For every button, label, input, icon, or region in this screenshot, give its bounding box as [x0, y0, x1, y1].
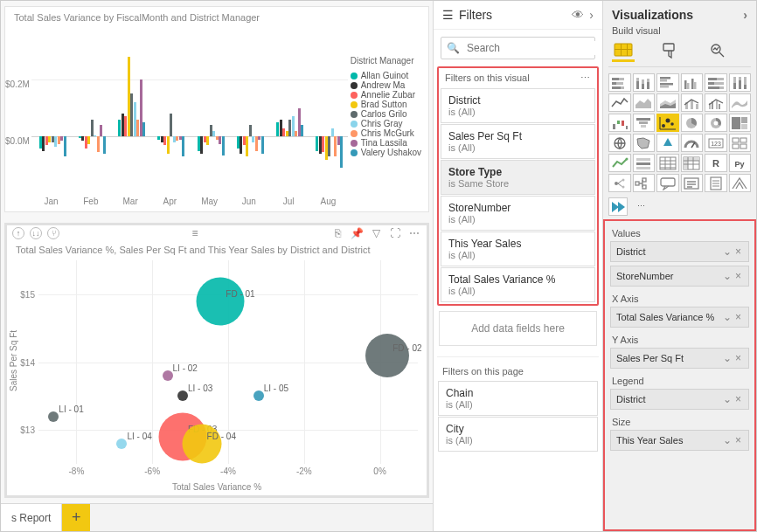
- viz-type-donut[interactable]: [705, 114, 727, 132]
- viz-type-map[interactable]: [608, 134, 631, 152]
- filter-card[interactable]: Total Sales Variance %is (All): [441, 267, 595, 302]
- bubble[interactable]: [177, 390, 188, 401]
- copy-icon[interactable]: ⎘: [330, 227, 344, 239]
- bar[interactable]: [167, 136, 170, 154]
- viz-type-funnel[interactable]: [633, 114, 656, 132]
- drill-down-icon[interactable]: ↓↓: [30, 227, 42, 239]
- field-well[interactable]: This Year Sales⌄×: [610, 430, 749, 451]
- viz-type-line-stacked-col[interactable]: [681, 93, 704, 112]
- bar[interactable]: [249, 125, 252, 136]
- preview-filter-icon[interactable]: 👁: [572, 8, 584, 22]
- viz-type-kpi[interactable]: [608, 154, 631, 172]
- viz-type-ribbon[interactable]: [729, 93, 752, 112]
- remove-field-icon[interactable]: ×: [733, 352, 743, 364]
- viz-type-key-infl[interactable]: [608, 174, 631, 192]
- viz-tab-analytics[interactable]: [706, 39, 729, 62]
- viz-type-waterfall[interactable]: [608, 114, 631, 132]
- filter-card[interactable]: Store Typeis Same Store: [441, 160, 595, 195]
- viz-tab-format[interactable]: [659, 39, 682, 62]
- bar[interactable]: [170, 114, 172, 136]
- legend-item[interactable]: Carlos Grilo: [351, 109, 421, 119]
- chevron-down-icon[interactable]: ⌄: [721, 393, 733, 405]
- viz-type-narrative[interactable]: [681, 174, 704, 192]
- bar[interactable]: [261, 136, 264, 154]
- bar[interactable]: [222, 136, 225, 155]
- chevron-down-icon[interactable]: ⌄: [721, 311, 733, 323]
- viz-type-table[interactable]: [656, 154, 679, 172]
- filters-visual-more-icon[interactable]: ⋯: [580, 73, 591, 84]
- viz-type-pie[interactable]: [681, 114, 704, 132]
- legend-item[interactable]: Brad Sutton: [351, 100, 421, 109]
- legend-item[interactable]: Valery Ushakov: [351, 148, 421, 157]
- viz-type-stacked-bar[interactable]: [608, 73, 631, 92]
- add-page-button[interactable]: +: [62, 504, 90, 531]
- viz-type-r[interactable]: R: [705, 154, 727, 172]
- bar[interactable]: [301, 125, 303, 136]
- drill-up-icon[interactable]: ↑: [12, 227, 24, 239]
- viz-type-pag-report[interactable]: [705, 174, 727, 192]
- viz-type-stacked-col[interactable]: [633, 73, 656, 92]
- viz-type-matrix[interactable]: [681, 154, 704, 172]
- viz-type-arc[interactable]: [729, 174, 752, 192]
- field-well[interactable]: Sales Per Sq Ft⌄×: [610, 348, 749, 369]
- pin-icon[interactable]: 📌: [350, 227, 364, 239]
- legend-item[interactable]: Allan Guinot: [351, 71, 421, 80]
- bubble[interactable]: [197, 277, 245, 325]
- filters-search[interactable]: 🔍: [441, 37, 595, 59]
- filter-card[interactable]: Sales Per Sq Ftis (All): [441, 124, 595, 159]
- viz-type-area[interactable]: [633, 93, 656, 112]
- viz-type-100-col[interactable]: [729, 73, 752, 92]
- field-well[interactable]: Total Sales Variance %⌄×: [610, 307, 749, 328]
- remove-field-icon[interactable]: ×: [733, 245, 743, 258]
- legend-item[interactable]: Annelie Zubar: [351, 90, 421, 100]
- viz-type-multi-card[interactable]: [729, 134, 752, 152]
- legend-item[interactable]: Tina Lassila: [351, 138, 421, 148]
- bubble[interactable]: [253, 390, 264, 401]
- bar[interactable]: [64, 136, 66, 156]
- viz-type-line-clustered-col[interactable]: [705, 93, 727, 112]
- filter-card[interactable]: StoreNumberis (All): [441, 196, 595, 231]
- bar[interactable]: [103, 136, 106, 154]
- bar[interactable]: [142, 122, 145, 136]
- bar[interactable]: [246, 136, 248, 156]
- viz-type-qa[interactable]: [656, 174, 679, 192]
- bar[interactable]: [206, 136, 209, 145]
- remove-field-icon[interactable]: ×: [733, 393, 743, 405]
- field-well[interactable]: District⌄×: [610, 241, 749, 262]
- bar[interactable]: [91, 120, 94, 137]
- bar[interactable]: [331, 128, 334, 137]
- viz-type-stacked-area[interactable]: [656, 93, 679, 112]
- bubble[interactable]: [163, 370, 173, 381]
- filters-search-input[interactable]: [465, 41, 600, 55]
- bar[interactable]: [328, 136, 330, 156]
- bar[interactable]: [340, 136, 343, 168]
- bubble[interactable]: [365, 334, 409, 377]
- expand-level-icon[interactable]: ⑂: [47, 227, 59, 239]
- collapse-viz-icon[interactable]: ›: [743, 8, 747, 22]
- viz-type-py[interactable]: Py: [729, 154, 752, 172]
- filter-icon[interactable]: ▽: [369, 227, 383, 239]
- viz-type-azure-map[interactable]: [656, 134, 679, 152]
- viz-type-line[interactable]: [608, 93, 631, 112]
- viz-type-clustered-col[interactable]: [681, 73, 704, 92]
- collapse-filters-icon[interactable]: ›: [589, 8, 594, 22]
- bubble[interactable]: [116, 439, 127, 449]
- bubble[interactable]: [48, 411, 59, 422]
- chevron-down-icon[interactable]: ⌄: [721, 434, 733, 446]
- tab-report[interactable]: s Report: [1, 504, 62, 531]
- drag-handle-icon[interactable]: ≡: [188, 227, 202, 239]
- viz-type-decomp[interactable]: [633, 174, 656, 192]
- filter-card[interactable]: Districtis (All): [441, 88, 595, 123]
- bar-chart-tile[interactable]: Total Sales Variance by FiscalMonth and …: [4, 6, 429, 212]
- viz-type-filled-map[interactable]: [633, 134, 656, 152]
- scatter-chart-tile[interactable]: ↑ ↓↓ ⑂ ≡ ⎘ 📌 ▽ ⛶ ⋯ Total Sales Variance …: [4, 223, 429, 498]
- filter-card[interactable]: This Year Salesis (All): [441, 231, 595, 266]
- add-data-fields-drop[interactable]: Add data fields here: [439, 311, 597, 346]
- viz-type-100-bar[interactable]: [705, 73, 727, 92]
- viz-type-gauge[interactable]: [681, 134, 704, 152]
- bar[interactable]: [97, 136, 100, 152]
- remove-field-icon[interactable]: ×: [733, 311, 743, 323]
- bar[interactable]: [182, 136, 184, 156]
- bar[interactable]: [87, 136, 90, 143]
- chevron-down-icon[interactable]: ⌄: [721, 270, 733, 282]
